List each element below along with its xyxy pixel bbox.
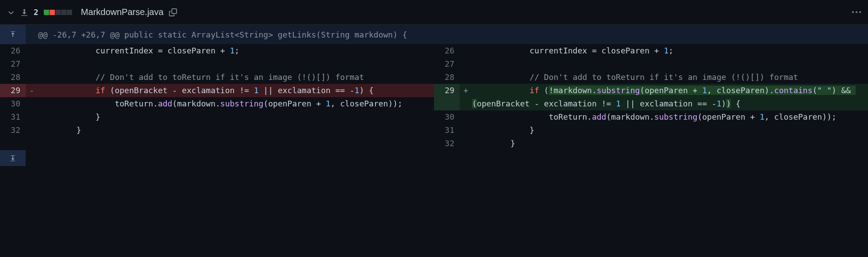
code-content: if (!markdown.substring(openParen + 1, c… <box>472 84 868 110</box>
diff-marker <box>460 124 472 137</box>
line-number[interactable]: 31 <box>434 124 460 137</box>
diff-marker <box>26 97 38 110</box>
line-number[interactable]: 27 <box>434 57 460 71</box>
code-content: // Don't add to toReturn if it's an imag… <box>38 71 434 84</box>
diff-marker: - <box>26 84 38 97</box>
expand-up-icon[interactable] <box>0 25 26 44</box>
line-number[interactable]: 32 <box>434 137 460 150</box>
line-number[interactable]: 28 <box>0 71 26 84</box>
diff-marker <box>26 124 38 137</box>
code-content: currentIndex = closeParen + 1; <box>38 44 434 57</box>
hunk-text: @@ -26,7 +26,7 @@ public static ArrayLis… <box>26 30 407 39</box>
code-line[interactable]: 27 <box>434 57 868 71</box>
diff-marker <box>26 44 38 57</box>
diff-marker <box>26 57 38 71</box>
code-line[interactable]: 30 toReturn.add(markdown.substring(openP… <box>434 110 868 124</box>
expand-down-icon[interactable] <box>0 150 26 166</box>
copy-path-icon[interactable] <box>169 8 177 16</box>
hunk-header: @@ -26,7 +26,7 @@ public static ArrayLis… <box>0 25 868 44</box>
more-options-icon[interactable] <box>852 8 861 17</box>
diff-box-neutral <box>67 10 72 15</box>
code-content: } <box>472 137 868 150</box>
code-content: } <box>38 124 434 137</box>
filename[interactable]: MarkdownParse.java <box>81 7 164 17</box>
code-line[interactable]: 26 currentIndex = closeParen + 1; <box>434 44 868 57</box>
line-number[interactable]: 29 <box>434 84 460 110</box>
diff-body: 26 currentIndex = closeParen + 1;2728 //… <box>0 44 868 150</box>
code-line[interactable]: 30 toReturn.add(markdown.substring(openP… <box>0 97 434 110</box>
diff-marker <box>460 44 472 57</box>
diff-marker <box>26 110 38 124</box>
stage-icon[interactable] <box>20 8 28 16</box>
code-content: } <box>472 124 868 137</box>
code-content: toReturn.add(markdown.substring(openPare… <box>472 110 868 124</box>
line-number[interactable]: 28 <box>434 71 460 84</box>
code-line[interactable]: 29- if (openBracket - exclamation != 1 |… <box>0 84 434 97</box>
code-content <box>38 57 434 71</box>
line-number[interactable]: 30 <box>0 97 26 110</box>
collapse-chevron-icon[interactable] <box>7 8 15 16</box>
code-content: } <box>38 110 434 124</box>
footer-expand <box>0 150 868 166</box>
diff-marker <box>460 110 472 124</box>
diff-header: 2 MarkdownParse.java <box>0 0 868 25</box>
line-number[interactable]: 26 <box>434 44 460 57</box>
change-count: 2 <box>34 8 38 17</box>
code-line[interactable]: 27 <box>0 57 434 71</box>
code-content: currentIndex = closeParen + 1; <box>472 44 868 57</box>
line-number[interactable]: 29 <box>0 84 26 97</box>
diff-marker: + <box>460 84 472 110</box>
code-line[interactable]: 32 } <box>434 137 868 150</box>
diff-box-removed <box>50 10 55 15</box>
line-number[interactable]: 32 <box>0 124 26 137</box>
diff-marker <box>460 137 472 150</box>
code-line[interactable]: 28 // Don't add to toReturn if it's an i… <box>434 71 868 84</box>
line-number[interactable]: 26 <box>0 44 26 57</box>
code-content: if (openBracket - exclamation != 1 || ex… <box>38 84 434 97</box>
diff-box-added <box>44 10 49 15</box>
code-line[interactable]: 31 } <box>0 110 434 124</box>
code-content: toReturn.add(markdown.substring(openPare… <box>38 97 434 110</box>
code-line[interactable]: 28 // Don't add to toReturn if it's an i… <box>0 71 434 84</box>
diff-box-neutral <box>55 10 61 15</box>
code-line[interactable]: 32 } <box>0 124 434 137</box>
diff-box-neutral <box>61 10 66 15</box>
code-line[interactable]: 31 } <box>434 124 868 137</box>
line-number[interactable]: 30 <box>434 110 460 124</box>
code-line[interactable]: 26 currentIndex = closeParen + 1; <box>0 44 434 57</box>
right-side: 26 currentIndex = closeParen + 1;2728 //… <box>434 44 868 150</box>
line-number[interactable]: 31 <box>0 110 26 124</box>
line-number[interactable]: 27 <box>0 57 26 71</box>
diff-marker <box>460 71 472 84</box>
code-content: // Don't add to toReturn if it's an imag… <box>472 71 868 84</box>
header-left: 2 MarkdownParse.java <box>7 7 852 17</box>
left-side: 26 currentIndex = closeParen + 1;2728 //… <box>0 44 434 150</box>
code-line[interactable]: 29+ if (!markdown.substring(openParen + … <box>434 84 868 110</box>
diff-marker <box>460 57 472 71</box>
diff-marker <box>26 71 38 84</box>
code-content <box>472 57 868 71</box>
diff-stat-boxes <box>44 10 72 15</box>
